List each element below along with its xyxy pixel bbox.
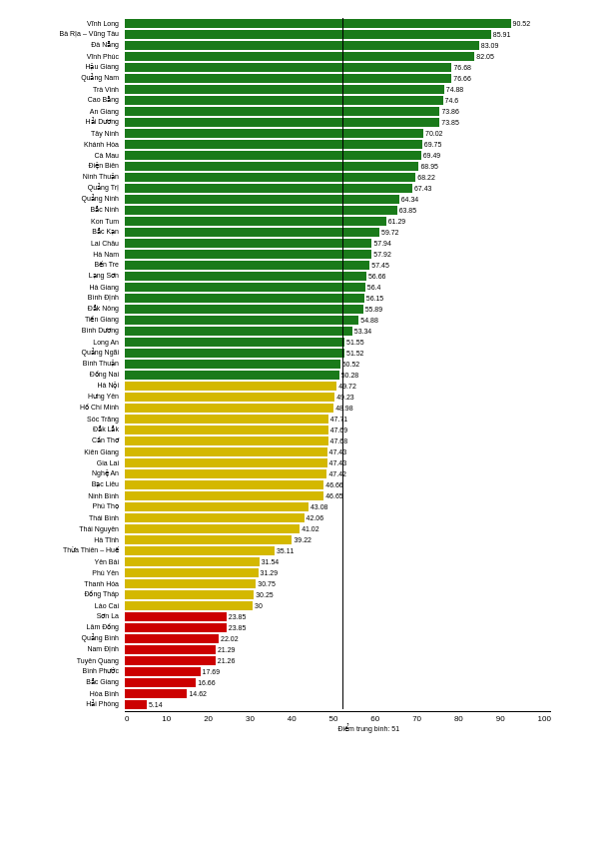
bar-row: 51.55 xyxy=(125,337,551,347)
bar xyxy=(125,436,328,445)
y-label: Vĩnh Phúc xyxy=(15,51,123,61)
y-label: Bạc Liêu xyxy=(15,479,123,489)
x-tick: 50 xyxy=(329,714,338,723)
bar-value: 64.34 xyxy=(401,196,419,203)
y-label: Lai Châu xyxy=(15,238,123,248)
y-label: Lào Cai xyxy=(15,600,123,610)
bar-value: 48.98 xyxy=(335,405,353,412)
bar xyxy=(125,195,399,204)
bar-value: 57.45 xyxy=(371,262,389,269)
y-label: Cần Thơ xyxy=(15,435,123,445)
bar-value: 68.22 xyxy=(417,174,435,181)
y-label: Yên Bái xyxy=(15,556,123,566)
y-label: Bình Dương xyxy=(15,326,123,336)
bar-row: 49.72 xyxy=(125,381,551,391)
bar xyxy=(125,535,292,544)
y-label: Đắk Nông xyxy=(15,304,123,314)
y-label: Hồ Chí Minh xyxy=(15,403,123,413)
bar-value: 30.25 xyxy=(256,591,274,598)
bar-value: 56.4 xyxy=(367,284,381,291)
bar xyxy=(125,623,227,632)
y-label: Vĩnh Long xyxy=(15,18,123,28)
bar xyxy=(125,217,386,226)
y-label: Quảng Ngãi xyxy=(15,348,123,358)
bar xyxy=(125,426,328,434)
bar xyxy=(125,612,227,621)
bar-value: 23.85 xyxy=(229,613,247,620)
bar-value: 55.89 xyxy=(365,306,383,313)
y-label: Tiền Giang xyxy=(15,315,123,325)
bar-row: 57.45 xyxy=(125,260,551,270)
y-label: Gia Lai xyxy=(15,457,123,467)
bar-row: 22.02 xyxy=(125,633,551,643)
bar-row: 41.02 xyxy=(125,523,551,533)
bar-row: 82.05 xyxy=(125,51,551,61)
bar-row: 23.85 xyxy=(125,611,551,621)
y-label: Thanh Hóa xyxy=(15,578,123,588)
y-label: Thái Nguyên xyxy=(15,523,123,533)
x-axis xyxy=(125,711,551,712)
x-tick: 90 xyxy=(496,714,505,723)
bar xyxy=(125,667,201,676)
y-label: Hải Phòng xyxy=(15,699,123,709)
bar xyxy=(125,52,474,61)
bar-value: 14.62 xyxy=(189,690,207,697)
y-label: Cà Mau xyxy=(15,150,123,160)
bar xyxy=(125,524,300,533)
y-label: Bình Phước xyxy=(15,666,123,676)
bar-row: 56.4 xyxy=(125,282,551,292)
bar-row: 57.94 xyxy=(125,238,551,248)
bar xyxy=(125,140,422,149)
x-ticks: 0102030405060708090100 xyxy=(125,714,551,723)
y-axis-labels: Vĩnh LongBà Rịa – Vũng TàuĐà NẵngVĩnh Ph… xyxy=(15,18,123,709)
bar-value: 73.85 xyxy=(441,119,459,126)
bar-row: 23.85 xyxy=(125,622,551,632)
y-label: Sơn La xyxy=(15,611,123,621)
bar-row: 14.62 xyxy=(125,688,551,698)
bar-value: 47.43 xyxy=(329,448,347,455)
bar-value: 35.11 xyxy=(277,547,295,554)
bar xyxy=(125,316,358,325)
bar-row: 30 xyxy=(125,600,551,610)
bar xyxy=(125,502,308,511)
bar-value: 74.6 xyxy=(445,97,459,104)
bar-value: 69.49 xyxy=(423,152,441,159)
x-tick: 30 xyxy=(246,714,255,723)
y-label: Bình Định xyxy=(15,293,123,303)
y-label: Khánh Hòa xyxy=(15,139,123,149)
bar-row: 47.71 xyxy=(125,414,551,424)
bar-value: 21.26 xyxy=(218,657,236,664)
bar xyxy=(125,63,451,72)
y-label: Kiên Giang xyxy=(15,446,123,456)
y-label: Đồng Tháp xyxy=(15,589,123,599)
bar-value: 47.69 xyxy=(330,427,348,433)
bar-row: 17.69 xyxy=(125,666,551,676)
y-label: Nam Định xyxy=(15,644,123,654)
bar-row: 64.34 xyxy=(125,194,551,204)
x-tick: 40 xyxy=(288,714,297,723)
bar-row: 47.69 xyxy=(125,425,551,434)
bar xyxy=(125,634,219,643)
bar-value: 30.75 xyxy=(258,580,276,587)
bar-value: 70.02 xyxy=(425,130,443,137)
bar-row: 74.6 xyxy=(125,95,551,105)
y-label: Sóc Trăng xyxy=(15,414,123,424)
bar xyxy=(125,469,326,478)
x-tick: 0 xyxy=(125,714,129,723)
bar-value: 56.15 xyxy=(366,295,384,302)
bar-row: 47.68 xyxy=(125,435,551,445)
bar xyxy=(125,579,256,588)
y-label: Phú Thọ xyxy=(15,501,123,511)
bar xyxy=(125,480,323,489)
bar xyxy=(125,30,491,39)
bar-value: 42.06 xyxy=(307,514,324,521)
chart-area: 90.5285.9183.0982.0576.6876.6674.8874.67… xyxy=(125,18,551,709)
y-label: Hậu Giang xyxy=(15,62,123,72)
bar-row: 47.43 xyxy=(125,446,551,456)
bar xyxy=(125,491,323,500)
bar-row: 43.08 xyxy=(125,501,551,511)
bar xyxy=(125,206,397,215)
x-tick: 20 xyxy=(204,714,213,723)
bar-value: 67.43 xyxy=(414,185,432,192)
bar-value: 16.66 xyxy=(198,679,216,686)
